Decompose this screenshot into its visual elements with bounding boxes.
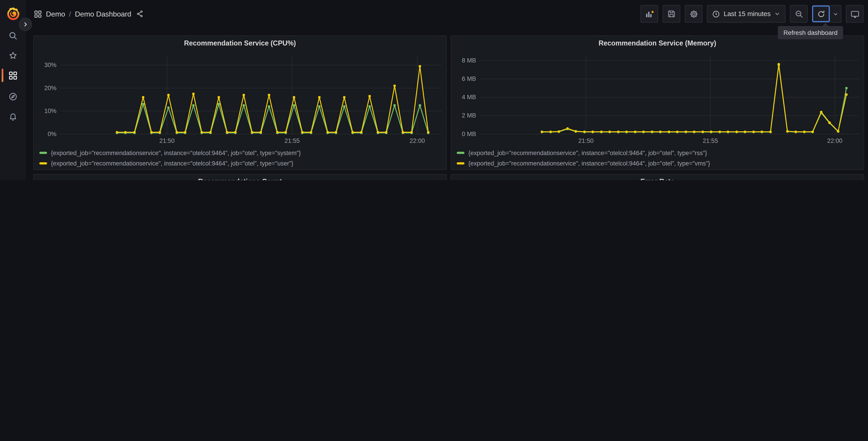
refresh-tooltip: Refresh dashboard [778,26,843,39]
panel-recommendation-service-memory: Recommendation Service (Memory) 8 MB6 MB… [451,35,864,170]
apps-icon [34,10,42,18]
y-axis-tick: 0 MB [462,130,476,138]
x-axis-tick: 21:50 [159,138,175,144]
save-dashboard-button[interactable] [663,5,680,23]
panel-title[interactable]: Error Rate [451,175,864,180]
breadcrumb: Demo / Demo Dashboard [34,10,144,18]
legend-item[interactable]: {exported_job="recommendationservice", i… [39,147,445,158]
y-axis-tick: 20% [44,85,57,91]
refresh-interval-dropdown[interactable] [830,5,841,22]
dashboard-toolbar: Last 15 minutes [641,5,864,23]
add-panel-icon [645,9,654,19]
refresh-icon [817,10,825,18]
zoom-out-icon [794,9,804,19]
compass-icon [8,92,18,101]
dashboards-grid-icon [8,70,18,80]
breadcrumb-separator: / [69,10,71,18]
share-icon[interactable] [136,10,144,18]
refresh-group [812,5,841,23]
zoom-out-time-button[interactable] [790,5,808,23]
legend-swatch-icon [39,151,47,154]
legend-label: {exported_job="recommendationservice", i… [51,149,301,156]
chart-canvas[interactable]: 8 MB6 MB4 MB2 MB0 MB21:5021:5522:00 [454,52,862,146]
sidebar-expand-button[interactable] [19,18,32,31]
time-range-label: Last 15 minutes [724,10,771,18]
sidebar-item-alerting[interactable] [0,108,26,125]
x-axis-tick: 21:55 [703,138,718,144]
y-axis-tick: 2 MB [462,112,476,119]
legend-item[interactable]: {exported_job="recommendationservice", i… [39,158,445,168]
chevron-right-icon [23,22,28,27]
x-axis-tick: 21:50 [578,138,593,144]
top-bar: Demo / Demo Dashboard Last 15 minutes [26,0,868,28]
add-panel-button[interactable] [641,5,658,23]
gear-icon [689,9,699,19]
grafana-app: Demo / Demo Dashboard Last 15 minutes [0,0,868,180]
time-range-picker[interactable]: Last 15 minutes [707,5,786,23]
legend-label: {exported_job="recommendationservice", i… [51,160,293,167]
breadcrumb-dashboard-title[interactable]: Demo Dashboard [75,10,131,18]
legend-swatch-icon [39,162,47,164]
cycle-view-mode-button[interactable] [846,5,864,23]
sidebar-item-starred[interactable] [0,47,26,64]
x-axis-tick: 22:00 [409,138,425,144]
y-axis-tick: 6 MB [462,76,476,82]
legend-swatch-icon [457,151,464,154]
breadcrumb-folder[interactable]: Demo [46,10,65,18]
legend-item[interactable]: {exported_job="recommendationservice", i… [457,147,862,158]
y-axis-tick: 8 MB [462,57,476,64]
y-axis-tick: 10% [44,108,57,114]
refresh-dashboard-button[interactable] [812,5,830,22]
x-axis-tick: 22:00 [827,138,842,144]
legend-label: {exported_job="recommendationservice", i… [468,160,710,167]
x-axis-tick: 21:55 [284,138,300,144]
clock-icon [712,10,720,18]
active-indicator [2,68,3,82]
legend-label: {exported_job="recommendationservice", i… [468,149,707,156]
dashboard-settings-button[interactable] [685,5,703,23]
save-icon [667,9,676,18]
y-axis-tick: 30% [44,62,57,68]
panel-error-rate: Error Rate 10080604020021:5021:5522:00{i… [451,174,864,180]
chevron-down-icon [774,10,780,17]
tv-monitor-icon [850,9,859,19]
legend-item[interactable]: {exported_job="recommendationservice", i… [457,158,862,168]
y-axis-tick: 4 MB [462,94,476,100]
sidebar-item-explore[interactable] [0,88,26,105]
panel-title[interactable]: Recommendations Count [34,175,446,180]
chart-canvas[interactable]: 30%20%10%0%21:5021:5522:00 [36,52,444,146]
bell-icon [8,112,18,121]
panel-legend: {exported_job="recommendationservice", i… [457,147,862,170]
y-axis-tick: 0% [48,130,57,138]
sidebar-item-dashboards[interactable] [0,66,26,84]
search-icon [8,31,18,40]
tooltip-text: Refresh dashboard [783,29,837,36]
star-icon [8,51,18,60]
panel-recommendation-service-cpu: Recommendation Service (CPU%) 30%20%10%0… [33,35,447,170]
legend-swatch-icon [457,162,464,164]
panel-legend: {exported_job="recommendationservice", i… [39,147,445,170]
grafana-logo-icon [6,6,20,21]
panel-title[interactable]: Recommendation Service (CPU%) [34,36,446,51]
chevron-down-icon [832,11,838,17]
panel-recommendations-count: Recommendations Count 108642021:5021:552… [33,174,447,180]
